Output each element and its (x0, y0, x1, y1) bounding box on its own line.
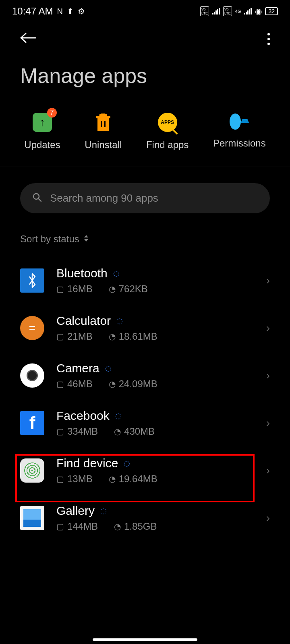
trash-icon (93, 112, 114, 133)
loading-icon: ◌ (124, 459, 130, 468)
app-data: 19.64MB (119, 473, 157, 485)
app-storage: 46MB (67, 378, 93, 390)
updates-label: Updates (24, 139, 60, 151)
app-name: Find device (56, 456, 118, 470)
sort-control[interactable]: Sort by status (0, 225, 290, 257)
home-indicator[interactable] (93, 638, 197, 641)
data-icon: ◔ (109, 332, 116, 341)
app-list: Bluetooth ◌ ▢16MB ◔762KB › = Calculator … (0, 257, 290, 542)
permissions-action[interactable]: Permissions (213, 112, 266, 151)
data-icon: ◔ (114, 522, 121, 531)
loading-icon: ◌ (115, 411, 122, 420)
settings-icon: ⚙ (78, 6, 85, 16)
search-input[interactable]: Search among 90 apps (20, 183, 270, 213)
header (0, 23, 290, 52)
battery-indicator: 32 (265, 7, 278, 15)
app-item-gallery[interactable]: Gallery ◌ ▢144MB ◔1.85GB › (0, 494, 290, 542)
svg-line-6 (38, 198, 41, 201)
app-data: 18.61MB (119, 331, 157, 342)
permissions-icon (230, 112, 249, 131)
loading-icon: ◌ (105, 364, 112, 373)
search-placeholder: Search among 90 apps (50, 192, 158, 204)
find-apps-label: Find apps (146, 139, 188, 151)
storage-icon: ▢ (56, 284, 64, 294)
page-title: Manage apps (0, 52, 290, 104)
search-container: Search among 90 apps (20, 183, 270, 213)
calculator-app-icon: = (20, 316, 44, 340)
chevron-right-icon: › (266, 369, 270, 382)
signal-icon-2 (244, 8, 252, 14)
updates-action[interactable]: ↑ 7 Updates (24, 112, 60, 151)
chevron-right-icon: › (266, 512, 270, 524)
wifi-icon: ◉ (255, 6, 262, 16)
data-icon: ◔ (109, 379, 116, 389)
upload-icon: ⬆ (67, 6, 74, 16)
svg-rect-0 (98, 118, 108, 130)
uninstall-action[interactable]: Uninstall (85, 112, 122, 151)
app-item-calculator[interactable]: = Calculator ◌ ▢21MB ◔18.61MB › (0, 304, 290, 352)
gallery-app-icon (20, 506, 44, 530)
app-data: 1.85GB (124, 521, 157, 532)
find-device-app-icon (20, 458, 44, 483)
storage-icon: ▢ (56, 427, 64, 436)
app-storage: 144MB (67, 521, 98, 532)
svg-rect-4 (104, 121, 106, 127)
loading-icon: ◌ (116, 316, 123, 325)
storage-icon: ▢ (56, 474, 64, 484)
storage-icon: ▢ (56, 379, 64, 389)
app-item-camera[interactable]: Camera ◌ ▢46MB ◔24.09MB › (0, 352, 290, 399)
chevron-right-icon: › (266, 322, 270, 334)
chevron-right-icon: › (266, 274, 270, 287)
storage-icon: ▢ (56, 332, 64, 341)
loading-icon: ◌ (100, 506, 107, 515)
data-icon: ◔ (109, 284, 116, 294)
updates-badge: 7 (47, 108, 57, 118)
app-storage: 21MB (67, 331, 93, 342)
more-options-button[interactable] (267, 33, 270, 45)
app-data: 430MB (124, 426, 155, 437)
svg-rect-2 (101, 114, 106, 116)
app-name: Facebook (56, 409, 110, 423)
signal-icon-1 (212, 8, 220, 14)
sort-arrows-icon (83, 234, 89, 244)
app-name: Calculator (56, 314, 111, 328)
network-4g: 4G (235, 9, 241, 14)
data-icon: ◔ (109, 474, 116, 484)
find-apps-icon: APPS (157, 112, 178, 133)
app-name: Gallery (56, 504, 95, 518)
netflix-icon: N (57, 7, 62, 16)
app-storage: 13MB (67, 473, 93, 485)
uninstall-label: Uninstall (85, 139, 122, 151)
app-item-facebook[interactable]: f Facebook ◌ ▢334MB ◔430MB › (0, 399, 290, 447)
svg-rect-3 (101, 121, 102, 127)
volte-icon-2: VoLTE (223, 6, 232, 16)
updates-icon: ↑ 7 (32, 112, 53, 133)
app-storage: 334MB (67, 426, 98, 437)
sort-label: Sort by status (20, 233, 79, 245)
app-name: Camera (56, 361, 99, 375)
status-time: 10:47 AM (12, 6, 53, 17)
chevron-right-icon: › (266, 464, 270, 477)
app-data: 24.09MB (119, 378, 157, 390)
app-item-find-device[interactable]: Find device ◌ ▢13MB ◔19.64MB › (0, 447, 290, 494)
bluetooth-app-icon (20, 268, 44, 293)
app-name: Bluetooth (56, 266, 108, 280)
chevron-right-icon: › (266, 417, 270, 429)
find-apps-action[interactable]: APPS Find apps (146, 112, 188, 151)
app-item-bluetooth[interactable]: Bluetooth ◌ ▢16MB ◔762KB › (0, 257, 290, 304)
search-icon (32, 192, 42, 204)
action-row: ↑ 7 Updates Uninstall APPS Find apps Per… (0, 104, 290, 167)
permissions-label: Permissions (213, 138, 266, 149)
status-bar: 10:47 AM N ⬆ ⚙ VoLTE VoLTE 4G ◉ 32 (0, 0, 290, 23)
back-button[interactable] (20, 31, 36, 47)
loading-icon: ◌ (113, 269, 120, 278)
storage-icon: ▢ (56, 522, 64, 531)
data-icon: ◔ (114, 427, 121, 436)
camera-app-icon (20, 363, 44, 388)
svg-rect-1 (96, 116, 110, 118)
facebook-app-icon: f (20, 411, 44, 435)
app-storage: 16MB (67, 283, 93, 295)
app-data: 762KB (119, 283, 148, 295)
volte-icon: VoLTE (200, 6, 209, 16)
